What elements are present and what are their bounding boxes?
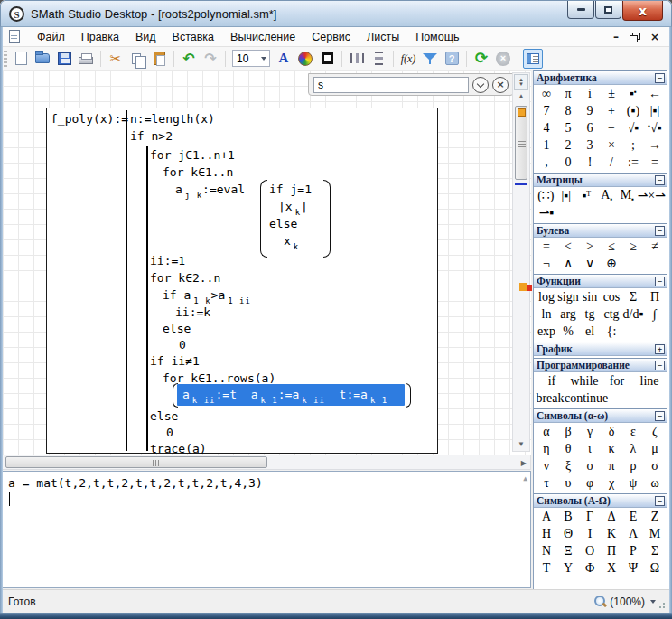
- formula-line[interactable]: 0: [166, 425, 173, 440]
- palette-item[interactable]: χ: [609, 476, 614, 491]
- collapse-icon[interactable]: −: [655, 226, 665, 236]
- undo-button[interactable]: ↶: [179, 49, 199, 69]
- palette-item[interactable]: /: [610, 155, 613, 170]
- font-size-combo[interactable]: 10: [232, 50, 270, 67]
- palette-item[interactable]: arg: [560, 307, 576, 322]
- horizontal-scrollbar[interactable]: ▶: [2, 455, 531, 470]
- filter-button[interactable]: [420, 49, 440, 69]
- palette-item[interactable]: ≠: [651, 239, 658, 254]
- palette-item[interactable]: 9: [587, 104, 593, 118]
- formula-line[interactable]: for k∈2..n: [150, 270, 220, 286]
- console-panel[interactable]: a = mat(t,2,t,t,2,t,t,2,t,t,2,t,4,3) ▲: [2, 471, 531, 588]
- new-sheet-button[interactable]: [11, 49, 31, 69]
- palette-item[interactable]: τ: [544, 476, 549, 491]
- palette-item[interactable]: 7: [544, 104, 550, 118]
- palette-item[interactable]: ←: [649, 87, 661, 101]
- palette-item[interactable]: %: [563, 324, 574, 339]
- palette-item[interactable]: Ω: [650, 561, 659, 576]
- scroll-up-icon[interactable]: ▲: [515, 92, 527, 100]
- palette-item[interactable]: |▪|: [650, 104, 660, 118]
- palette-item[interactable]: ≤: [608, 239, 615, 254]
- formula-line[interactable]: 0: [179, 337, 186, 352]
- palette-item[interactable]: cos: [603, 290, 621, 305]
- collapse-icon[interactable]: −: [655, 73, 665, 83]
- palette-item[interactable]: 0: [565, 155, 572, 170]
- formula-line[interactable]: ii:=k: [175, 305, 210, 320]
- palette-item[interactable]: 5: [565, 121, 572, 136]
- palette-item[interactable]: Μ: [649, 527, 660, 541]
- palette-item[interactable]: ∨: [585, 256, 594, 271]
- panel-header[interactable]: Программирование−: [534, 358, 667, 372]
- panel-header[interactable]: Арифметика−: [534, 70, 667, 85]
- menu-Сервис[interactable]: Сервис: [303, 28, 359, 46]
- palette-item[interactable]: Γ: [586, 510, 593, 524]
- palette-item[interactable]: ×: [608, 138, 615, 153]
- font-color-button[interactable]: A: [274, 49, 294, 69]
- palette-item[interactable]: ο: [587, 459, 593, 474]
- palette-item[interactable]: 2: [565, 138, 572, 153]
- formula-line[interactable]: else: [163, 321, 191, 336]
- palette-item[interactable]: θ: [565, 442, 572, 456]
- palette-item[interactable]: ε: [630, 425, 636, 439]
- formula-line[interactable]: n:=length(x): [130, 111, 215, 127]
- palette-item[interactable]: √▪: [628, 121, 639, 136]
- palette-item[interactable]: κ: [608, 442, 614, 456]
- menu-Вид[interactable]: Вид: [127, 28, 164, 46]
- palette-item[interactable]: Δ: [607, 510, 615, 524]
- palette-item[interactable]: Η: [542, 527, 551, 541]
- mdi-restore-icon[interactable]: [630, 33, 639, 42]
- function-button[interactable]: f(x): [398, 49, 418, 69]
- palette-item[interactable]: γ: [587, 425, 593, 439]
- palette-item[interactable]: ρ: [630, 459, 637, 474]
- palette-item[interactable]: →: [649, 138, 661, 153]
- vertical-scrollbar[interactable]: ▲▼ ▲ ▼: [512, 72, 530, 452]
- formula-line[interactable]: xk: [284, 233, 299, 255]
- menu-Файл[interactable]: Файл: [29, 28, 73, 46]
- palette-item[interactable]: Φ: [585, 561, 594, 576]
- palette-item[interactable]: Π: [650, 290, 659, 305]
- palette-item[interactable]: Ρ: [630, 544, 637, 558]
- help-button[interactable]: ?: [442, 49, 462, 69]
- search-input[interactable]: [313, 77, 469, 93]
- palette-item[interactable]: Α: [542, 510, 551, 524]
- palette-item[interactable]: sign: [557, 290, 578, 305]
- save-button[interactable]: [54, 49, 74, 69]
- palette-item[interactable]: el: [585, 324, 594, 339]
- open-button[interactable]: [33, 49, 52, 69]
- palette-item[interactable]: π: [565, 87, 571, 101]
- palette-item[interactable]: ψ: [630, 476, 638, 491]
- formula-line[interactable]: f_poly(x):=: [51, 111, 128, 127]
- palette-item[interactable]: ±: [608, 87, 615, 101]
- palette-item[interactable]: |▪|: [561, 189, 571, 203]
- formula-line[interactable]: if n>2: [130, 128, 173, 144]
- palette-item[interactable]: μ: [651, 442, 658, 456]
- palette-item[interactable]: α: [543, 425, 549, 439]
- palette-item[interactable]: Ο: [585, 544, 594, 558]
- collapse-icon[interactable]: −: [655, 496, 665, 506]
- palette-item[interactable]: (∷): [537, 188, 554, 203]
- palette-item[interactable]: 4: [544, 121, 550, 136]
- palette-item[interactable]: ζ: [652, 425, 658, 439]
- palette-item[interactable]: (▪): [627, 104, 639, 118]
- palette-item[interactable]: η: [543, 442, 549, 456]
- panel-header[interactable]: Булева−: [534, 223, 667, 238]
- formula-line[interactable]: trace(a): [150, 441, 207, 455]
- menu-Вычисление[interactable]: Вычисление: [222, 28, 303, 46]
- palette-item[interactable]: !: [588, 155, 593, 170]
- palette-item[interactable]: λ: [630, 442, 637, 456]
- palette-item[interactable]: ;: [631, 138, 635, 153]
- palette-item[interactable]: =: [543, 239, 550, 254]
- palette-item[interactable]: i: [588, 87, 592, 101]
- formula-line[interactable]: ii:=1: [150, 253, 185, 268]
- palette-item[interactable]: Υ: [564, 561, 573, 576]
- panel-header[interactable]: Символы (А-Ω)−: [534, 493, 667, 508]
- resize-grip[interactable]: [658, 600, 667, 608]
- palette-item[interactable]: ≥: [630, 239, 637, 254]
- palette-item[interactable]: Π: [607, 544, 616, 558]
- palette-item[interactable]: log: [538, 290, 555, 305]
- collapse-icon[interactable]: −: [655, 277, 665, 286]
- palette-item[interactable]: d/d▪: [623, 307, 644, 322]
- formula-line[interactable]: else: [150, 408, 178, 424]
- console-line[interactable]: a = mat(t,2,t,t,2,t,t,2,t,t,2,t,4,3): [8, 476, 263, 490]
- formula-line[interactable]: aj k:=eval: [175, 182, 245, 203]
